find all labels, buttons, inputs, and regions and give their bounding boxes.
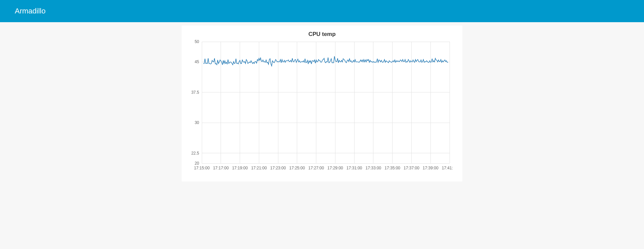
svg-text:22.5: 22.5 [191, 151, 199, 156]
svg-text:17:17:00: 17:17:00 [213, 166, 229, 170]
svg-text:17:23:00: 17:23:00 [270, 166, 286, 170]
svg-text:37.5: 37.5 [191, 90, 199, 95]
chart-title: CPU temp [184, 31, 460, 38]
svg-text:17:15:00: 17:15:00 [194, 166, 210, 170]
svg-text:30: 30 [195, 120, 199, 125]
svg-text:45: 45 [195, 59, 199, 64]
svg-text:17:41:00: 17:41:00 [442, 166, 453, 170]
svg-text:20: 20 [195, 161, 199, 166]
svg-text:17:39:00: 17:39:00 [423, 166, 439, 170]
svg-text:17:25:00: 17:25:00 [289, 166, 305, 170]
svg-text:50: 50 [195, 39, 199, 44]
line-chart: 2022.53037.5455017:15:0017:17:0017:19:00… [184, 39, 453, 173]
svg-text:17:31:00: 17:31:00 [347, 166, 362, 170]
svg-text:17:19:00: 17:19:00 [232, 166, 248, 170]
svg-text:17:35:00: 17:35:00 [384, 166, 400, 170]
svg-text:17:33:00: 17:33:00 [366, 166, 381, 170]
topbar: Armadillo [0, 0, 644, 22]
chart-wrap: 2022.53037.5455017:15:0017:17:0017:19:00… [184, 39, 460, 173]
svg-text:17:29:00: 17:29:00 [327, 166, 343, 170]
content-area: CPU temp 2022.53037.5455017:15:0017:17:0… [0, 22, 644, 181]
svg-text:17:27:00: 17:27:00 [308, 166, 324, 170]
svg-text:17:21:00: 17:21:00 [251, 166, 267, 170]
chart-card: CPU temp 2022.53037.5455017:15:0017:17:0… [182, 26, 462, 181]
svg-text:17:37:00: 17:37:00 [404, 166, 419, 170]
brand-title: Armadillo [15, 7, 46, 15]
